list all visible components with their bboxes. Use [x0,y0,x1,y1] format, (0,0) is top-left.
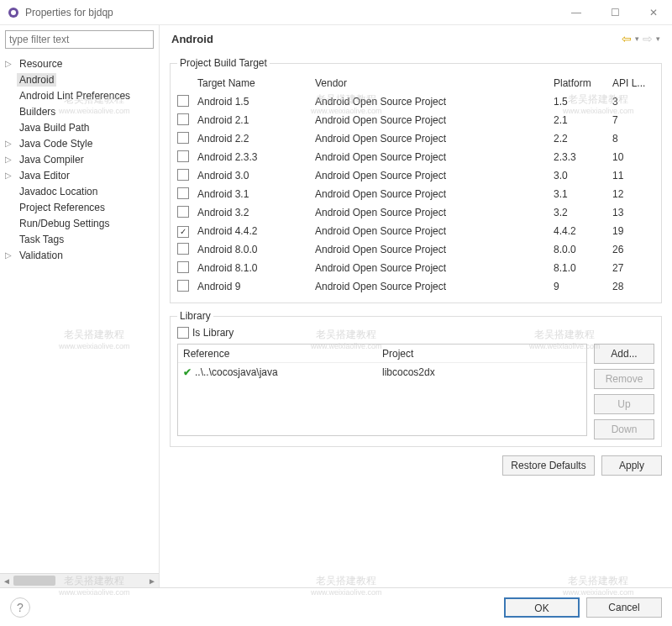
target-table-header: Target Name Vendor Platform API L... [177,74,654,92]
target-name: Android 4.4.2 [197,225,315,237]
scroll-right-icon[interactable]: ► [145,576,159,586]
remove-button[interactable]: Remove [594,369,654,389]
header-platform[interactable]: Platform [554,77,612,89]
target-vendor: Android Open Source Project [315,151,554,163]
chevron-right-icon: ▷ [5,59,17,68]
sidebar-item-task-tags[interactable]: Task Tags [0,231,159,247]
sidebar-item-validation[interactable]: ▷Validation [0,247,159,263]
sidebar-item-java-code-style[interactable]: ▷Java Code Style [0,135,159,151]
property-tree[interactable]: ▷ResourceAndroidAndroid Lint Preferences… [0,54,159,573]
target-checkbox[interactable] [177,113,189,125]
sidebar-item-java-build-path[interactable]: Java Build Path [0,119,159,135]
target-checkbox[interactable] [177,187,189,199]
sidebar-item-label: Run/Debug Settings [17,217,112,230]
target-row[interactable]: Android 3.1Android Open Source Project3.… [177,185,654,203]
sidebar-item-java-compiler[interactable]: ▷Java Compiler [0,151,159,167]
target-api: 10 [612,151,654,163]
target-vendor: Android Open Source Project [315,188,554,200]
minimize-button[interactable]: — [564,7,588,18]
back-icon[interactable]: ⇦ [622,32,632,45]
target-name: Android 1.5 [197,96,315,108]
target-name: Android 8.1.0 [197,262,315,274]
page-title: Android [171,33,622,45]
target-checkbox[interactable] [177,206,189,218]
library-row[interactable]: ✔..\..\cocosjava\javalibcocos2dx [178,363,586,381]
back-dropdown-icon[interactable]: ▾ [635,34,639,43]
target-row[interactable]: Android 2.2Android Open Source Project2.… [177,129,654,148]
maximize-button[interactable]: ☐ [603,7,627,18]
horizontal-scrollbar[interactable]: ◄ ► [0,573,159,587]
sidebar-item-android-lint-preferences[interactable]: Android Lint Preferences [0,87,159,103]
target-platform: 2.1 [554,114,612,126]
target-vendor: Android Open Source Project [315,96,554,108]
target-checkbox[interactable] [177,95,189,107]
apply-button[interactable]: Apply [601,455,662,476]
sidebar-item-android[interactable]: Android [0,71,159,87]
sidebar-item-javadoc-location[interactable]: Javadoc Location [0,183,159,199]
library-table[interactable]: Reference Project ✔..\..\cocosjava\javal… [177,344,587,436]
header-vendor[interactable]: Vendor [315,77,554,89]
target-row[interactable]: Android 2.1Android Open Source Project2.… [177,111,654,129]
help-icon[interactable]: ? [10,597,30,618]
filter-input[interactable] [5,30,154,49]
target-row[interactable]: ✓Android 4.4.2Android Open Source Projec… [177,222,654,240]
target-api: 11 [612,170,654,181]
target-checkbox[interactable] [177,132,189,144]
window-title: Properties for bjdqp [25,7,564,18]
target-api: 19 [612,225,654,237]
target-row[interactable]: Android 8.1.0Android Open Source Project… [177,259,654,277]
page-nav: ⇦ ▾ ⇨ ▾ [622,32,660,45]
sidebar-item-label: Resource [17,57,65,71]
header-target-name[interactable]: Target Name [197,77,315,89]
up-button[interactable]: Up [594,394,654,414]
cancel-button[interactable]: Cancel [586,597,662,618]
is-library-checkbox[interactable] [177,327,189,339]
restore-defaults-button[interactable]: Restore Defaults [502,455,595,476]
target-platform: 8.0.0 [554,244,612,255]
ok-button[interactable]: OK [504,597,580,618]
target-api: 8 [612,133,654,145]
target-row[interactable]: Android 8.0.0Android Open Source Project… [177,240,654,259]
target-vendor: Android Open Source Project [315,225,554,237]
library-reference: ✔..\..\cocosjava\java [183,366,382,378]
target-name: Android 3.0 [197,170,315,181]
target-row[interactable]: Android 3.0Android Open Source Project3.… [177,166,654,185]
target-checkbox[interactable] [177,261,189,273]
scrollbar-thumb[interactable] [13,576,55,586]
target-checkbox[interactable]: ✓ [177,226,189,238]
target-row[interactable]: Android 2.3.3Android Open Source Project… [177,148,654,166]
sidebar-item-builders[interactable]: Builders [0,103,159,119]
header-api[interactable]: API L... [612,77,654,89]
chevron-right-icon: ▷ [5,155,17,164]
forward-dropdown-icon[interactable]: ▾ [656,34,660,43]
down-button[interactable]: Down [594,419,654,439]
sidebar-item-label: Java Compiler [17,153,87,166]
header-project[interactable]: Project [382,348,581,360]
target-platform: 3.2 [554,207,612,218]
sidebar-item-resource[interactable]: ▷Resource [0,55,159,71]
target-name: Android 3.2 [197,207,315,218]
app-icon [7,6,20,19]
header-reference[interactable]: Reference [183,348,382,360]
target-checkbox[interactable] [177,280,189,292]
sidebar-item-label: Java Editor [17,169,72,182]
target-row[interactable]: Android 3.2Android Open Source Project3.… [177,203,654,222]
scroll-left-icon[interactable]: ◄ [0,576,13,586]
sidebar-item-project-references[interactable]: Project References [0,199,159,215]
sidebar-item-label: Project References [17,201,108,214]
target-row[interactable]: Android 1.5Android Open Source Project1.… [177,92,654,111]
sidebar-item-label: Java Build Path [17,121,92,134]
sidebar-item-run-debug-settings[interactable]: Run/Debug Settings [0,215,159,231]
target-checkbox[interactable] [177,169,189,181]
target-vendor: Android Open Source Project [315,244,554,255]
sidebar-item-java-editor[interactable]: ▷Java Editor [0,167,159,183]
sidebar-item-label: Builders [17,105,58,118]
add-button[interactable]: Add... [594,344,654,364]
close-button[interactable]: ✕ [642,7,665,18]
target-platform: 1.5 [554,96,612,108]
forward-icon[interactable]: ⇨ [643,32,653,45]
target-checkbox[interactable] [177,150,189,162]
target-checkbox[interactable] [177,243,189,255]
target-row[interactable]: Android 9Android Open Source Project928 [177,277,654,296]
target-vendor: Android Open Source Project [315,133,554,145]
